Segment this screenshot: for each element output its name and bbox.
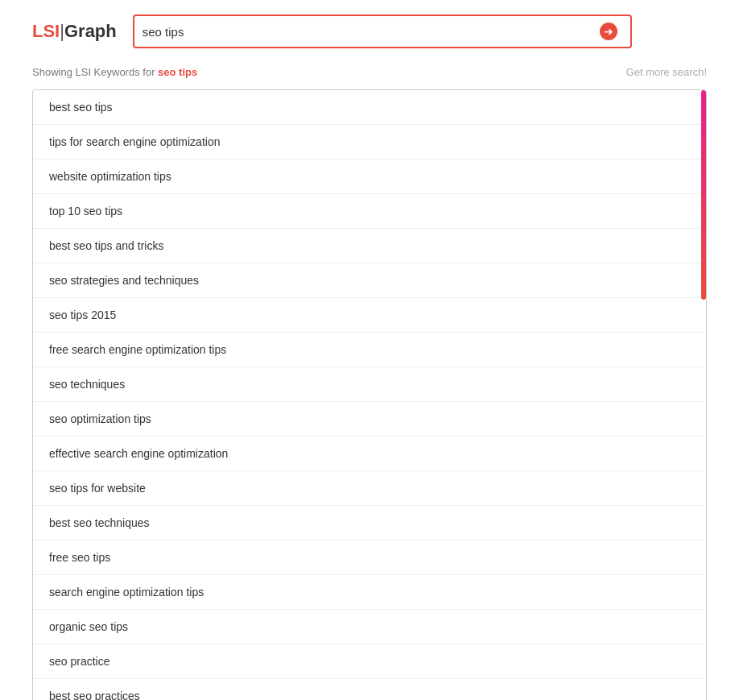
list-item[interactable]: seo techniques xyxy=(33,367,706,402)
list-item[interactable]: free seo tips xyxy=(33,541,706,575)
list-item[interactable]: top 10 seo tips xyxy=(33,194,706,229)
search-input[interactable] xyxy=(142,25,595,39)
list-item[interactable]: seo strategies and techniques xyxy=(33,263,706,298)
list-item[interactable]: organic seo tips xyxy=(33,610,706,644)
list-item[interactable]: effective search engine optimization xyxy=(33,437,706,471)
logo-graph: Graph xyxy=(64,21,117,42)
showing-prefix: Showing LSI Keywords for xyxy=(32,66,158,78)
logo: LSI | Graph xyxy=(32,21,117,42)
showing-text: Showing LSI Keywords for seo tips xyxy=(32,66,197,78)
list-item[interactable]: website optimization tips xyxy=(33,159,706,194)
list-item[interactable]: tips for search engine optimization xyxy=(33,125,706,159)
list-item[interactable]: seo tips for website xyxy=(33,471,706,506)
list-item[interactable]: seo optimization tips xyxy=(33,402,706,437)
search-arrow-icon: ➜ xyxy=(600,23,617,40)
get-more-link[interactable]: Get more search! xyxy=(626,66,707,78)
keyword-list: best seo tipstips for search engine opti… xyxy=(33,90,706,700)
list-item[interactable]: best seo tips xyxy=(33,90,706,125)
list-item[interactable]: best seo techniques xyxy=(33,506,706,541)
list-item[interactable]: search engine optimization tips xyxy=(33,575,706,610)
list-item[interactable]: free search engine optimization tips xyxy=(33,333,706,367)
search-button[interactable]: ➜ xyxy=(595,21,622,42)
list-item[interactable]: best seo practices xyxy=(33,679,706,700)
sub-header: Showing LSI Keywords for seo tips Get mo… xyxy=(0,63,739,89)
scrollbar-accent xyxy=(701,90,706,300)
logo-lsi: LSI xyxy=(32,21,60,42)
list-item[interactable]: seo practice xyxy=(33,644,706,679)
search-keyword-highlight: seo tips xyxy=(158,66,197,78)
header: LSI | Graph ➜ xyxy=(0,0,739,63)
search-bar: ➜ xyxy=(133,14,632,48)
results-container: best seo tipstips for search engine opti… xyxy=(32,89,707,700)
list-item[interactable]: seo tips 2015 xyxy=(33,298,706,333)
list-item[interactable]: best seo tips and tricks xyxy=(33,229,706,263)
